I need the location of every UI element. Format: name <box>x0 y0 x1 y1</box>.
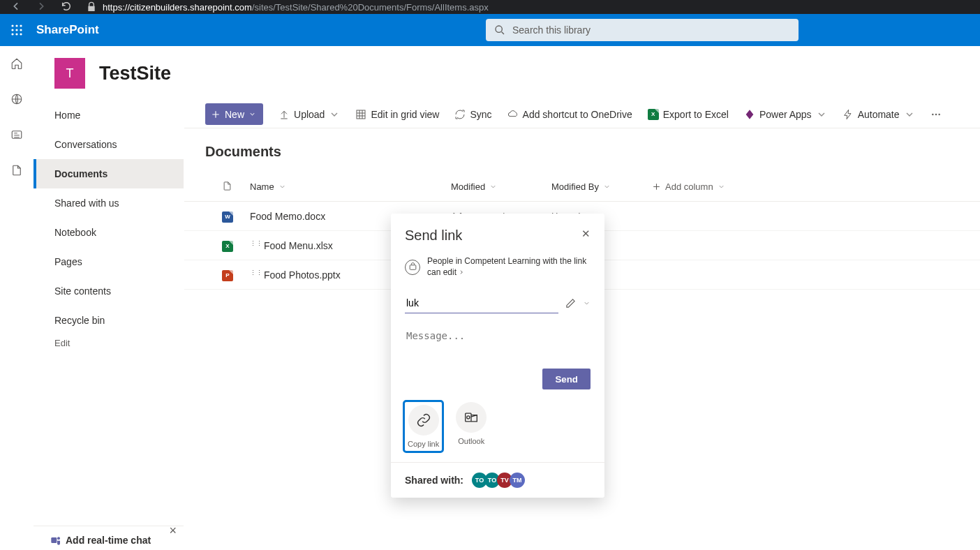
svg-point-17 <box>938 113 940 114</box>
nav-item-notebook[interactable]: Notebook <box>34 218 184 247</box>
forward-icon[interactable] <box>36 1 47 14</box>
nav-item-home[interactable]: Home <box>34 101 184 130</box>
svg-point-15 <box>932 113 933 114</box>
browser-bar: https://citizenbuilders.sharepoint.com/s… <box>0 0 980 14</box>
chat-promo-title[interactable]: Add real-time chat <box>66 535 151 546</box>
lock-icon <box>86 1 97 13</box>
search-placeholder: Search this library <box>512 24 591 36</box>
suite-header: SharePoint Search this library <box>0 14 980 46</box>
sync-icon <box>454 109 466 120</box>
dialog-title: Send link <box>405 228 462 244</box>
left-rail <box>0 46 34 550</box>
url-host: https://citizenbuilders.sharepoint.com <box>103 2 252 13</box>
svg-point-9 <box>496 26 502 32</box>
message-input[interactable] <box>405 325 591 359</box>
link-icon <box>416 412 431 428</box>
nav-item-documents[interactable]: Documents <box>34 159 184 188</box>
upload-button[interactable]: Upload <box>279 109 340 120</box>
upload-icon <box>279 109 290 120</box>
people-icon <box>405 260 420 275</box>
svg-point-1 <box>15 24 17 27</box>
col-type-icon[interactable] <box>222 181 250 193</box>
nav-item-shared-with-us[interactable]: Shared with us <box>34 188 184 218</box>
sync-button[interactable]: Sync <box>454 109 491 120</box>
svg-point-7 <box>15 33 17 35</box>
ellipsis-icon <box>930 109 942 120</box>
search-input[interactable]: Search this library <box>486 19 799 41</box>
chevron-down-icon[interactable] <box>583 299 591 307</box>
chat-promo: × Add real-time chat <box>34 526 184 550</box>
globe-rail-icon[interactable] <box>10 93 23 107</box>
new-button[interactable]: New <box>205 103 263 125</box>
files-rail-icon[interactable] <box>10 164 23 179</box>
chevron-right-icon <box>459 269 464 275</box>
nav-edit-link[interactable]: Edit <box>34 338 184 348</box>
flow-icon <box>842 109 854 120</box>
add-column-button[interactable]: Add column <box>652 181 725 192</box>
command-bar: New Upload Edit in grid view Sync <box>184 101 980 128</box>
chevron-down-icon <box>279 183 286 191</box>
reload-icon[interactable] <box>61 1 72 14</box>
send-button[interactable]: Send <box>542 369 591 389</box>
site-logo[interactable]: T <box>54 58 85 89</box>
svg-rect-14 <box>357 110 365 119</box>
file-icon <box>222 181 232 191</box>
close-icon[interactable]: × <box>169 523 177 538</box>
avatar[interactable]: TM <box>510 473 525 488</box>
site-header: T TestSite <box>34 46 980 101</box>
copy-link-button[interactable]: Copy link <box>405 402 442 451</box>
grid-icon <box>355 109 366 120</box>
back-icon[interactable] <box>10 1 22 14</box>
send-link-dialog: Send link ✕ People in Competent Learning… <box>391 214 604 498</box>
svg-point-13 <box>57 537 60 540</box>
automate-button[interactable]: Automate <box>842 109 915 120</box>
app-name[interactable]: SharePoint <box>36 23 99 37</box>
url-path: /sites/TestSite/Shared%20Documents/Forms… <box>252 2 489 13</box>
onedrive-icon <box>507 109 519 120</box>
news-rail-icon[interactable] <box>10 128 23 143</box>
svg-point-4 <box>15 29 17 31</box>
nav-item-conversations[interactable]: Conversations <box>34 130 184 159</box>
excel-icon: X <box>648 109 659 120</box>
more-button[interactable] <box>930 109 942 120</box>
chevron-down-icon <box>816 109 827 120</box>
address-bar[interactable]: https://citizenbuilders.sharepoint.com/s… <box>86 1 489 13</box>
pencil-icon[interactable] <box>565 298 576 309</box>
svg-point-2 <box>20 24 22 27</box>
search-icon <box>494 24 505 36</box>
outlook-button[interactable]: Outlook <box>456 402 487 451</box>
svg-point-16 <box>935 113 936 114</box>
nav-item-pages[interactable]: Pages <box>34 247 184 276</box>
shared-with-row[interactable]: Shared with: TOTOTVTM <box>391 462 604 498</box>
svg-point-20 <box>467 416 470 419</box>
svg-point-6 <box>11 33 13 35</box>
pptx-icon: P <box>222 270 233 281</box>
recipient-input[interactable] <box>405 293 558 313</box>
close-icon[interactable]: ✕ <box>581 228 591 240</box>
svg-rect-19 <box>466 413 471 422</box>
app-launcher-icon[interactable] <box>0 24 34 36</box>
chevron-down-icon <box>489 183 497 191</box>
col-modifiedby-header[interactable]: Modified By <box>551 181 652 192</box>
plus-icon <box>652 182 661 191</box>
export-excel-button[interactable]: X Export to Excel <box>648 109 729 120</box>
nav-item-recycle-bin[interactable]: Recycle bin <box>34 306 184 335</box>
svg-rect-12 <box>51 537 57 543</box>
power-apps-button[interactable]: Power Apps <box>744 109 827 120</box>
shortcut-button[interactable]: Add shortcut to OneDrive <box>507 109 632 120</box>
col-name-header[interactable]: Name <box>250 181 451 192</box>
svg-point-0 <box>11 24 13 27</box>
chevron-down-icon <box>329 109 340 120</box>
nav-item-site-contents[interactable]: Site contents <box>34 276 184 306</box>
xlsx-icon: X <box>222 241 233 252</box>
col-modified-header[interactable]: Modified <box>451 181 551 192</box>
link-scope-button[interactable]: People in Competent Learning with the li… <box>405 256 591 278</box>
outlook-icon <box>464 410 478 424</box>
site-title[interactable]: TestSite <box>99 63 171 84</box>
home-rail-icon[interactable] <box>10 57 23 72</box>
svg-point-8 <box>20 33 22 35</box>
docx-icon: W <box>222 211 233 223</box>
chevron-down-icon <box>603 183 611 191</box>
plus-icon <box>211 110 221 119</box>
grid-view-button[interactable]: Edit in grid view <box>355 109 439 120</box>
